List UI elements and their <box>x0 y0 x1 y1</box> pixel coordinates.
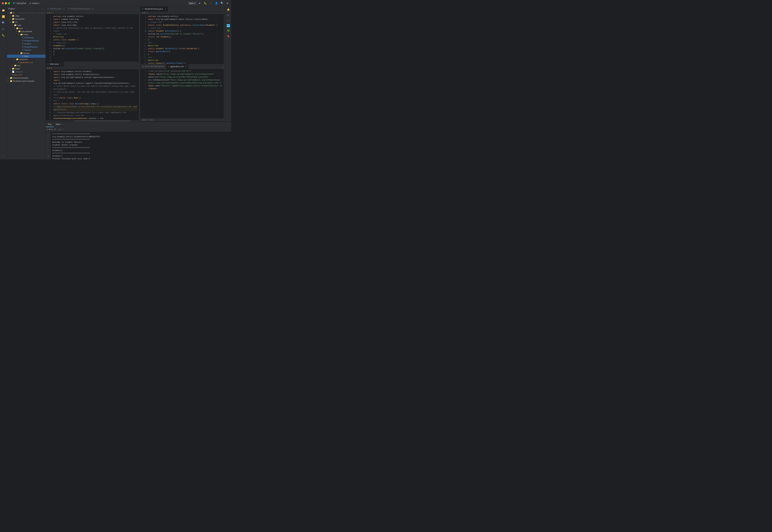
rs-notifications-icon[interactable]: 🔔 <box>226 8 230 12</box>
run-button[interactable]: ▶ <box>198 1 202 5</box>
bottom-panel: Run Main ✕ ↺ ■ ▶ ⏸ ↷ ⚙ ⋮ <box>46 122 231 159</box>
settings-button[interactable]: ⚙ <box>225 1 230 5</box>
close-button[interactable] <box>2 2 4 4</box>
student-java-scrollbar[interactable] <box>139 14 140 62</box>
stop-icon[interactable]: ■ <box>49 128 51 131</box>
close-main-tab[interactable]: ✕ <box>60 63 62 65</box>
titlebar: ST SpringTest ⎇ master ▾ Main ▾ ▶ 🐛 ⋮ 👤 … <box>0 0 231 7</box>
run-filter-icon[interactable]: ⧖ <box>46 153 51 159</box>
right-sidebar: 🔔 DB G m 🌿 🔖 <box>225 7 231 122</box>
tree-item-target[interactable]: ▸ 📁 target <box>7 67 46 70</box>
main-java-line-numbers: 1 2 3 4 5 6 7 8 9 10 11 <box>46 69 52 121</box>
tab-studentfactory-java[interactable]: C StudentFactory.java ✕ <box>140 7 168 12</box>
tree-item-entity[interactable]: ▾ 📁 entity <box>7 33 46 36</box>
sidebar-vcs-icon[interactable]: 🔀 <box>1 14 6 19</box>
tree-item-org-example[interactable]: ▾ 📁 org.example <box>7 30 46 33</box>
tree-item-src[interactable]: ▾ 📁 src <box>7 21 46 24</box>
main-java-scrollbar[interactable] <box>139 69 140 121</box>
application-xml-code[interactable]: <?xml version="1.0" encoding="UTF-8"?> <… <box>147 69 224 118</box>
tree-item-scratches[interactable]: ▸ 📁 Scratches and Consoles <box>7 79 46 83</box>
tree-item-main[interactable]: ▾ 📁 main <box>7 24 46 27</box>
bottom-tab-run[interactable]: Run <box>46 122 54 127</box>
studentfactory-code[interactable]: package org.example.entity; import org.s… <box>147 14 224 64</box>
tree-item-pomxml[interactable]: m pom.xml <box>7 73 46 76</box>
tree-item-springtest2[interactable]: ▸ 📁 SpringTest <box>7 17 46 21</box>
resume-icon[interactable]: ▶ <box>52 128 53 131</box>
maximize-button[interactable] <box>8 2 10 4</box>
step-over-icon[interactable]: ↷ <box>57 128 58 131</box>
rerun-icon[interactable]: ↺ <box>47 128 48 131</box>
tab-main-java[interactable]: C Main.java ✕ <box>46 62 64 67</box>
tree-item-idea[interactable]: ▸ 📁 .idea <box>7 14 46 17</box>
run-scroll-down[interactable]: ↓ <box>46 139 51 144</box>
rs-maven-icon[interactable]: m <box>227 24 230 27</box>
tree-item-test[interactable]: ▸ 📁 test <box>7 64 46 67</box>
studentfactory-line-numbers: 1 2 3 4 5 5 6 7 8 9 10 1 <box>140 14 147 64</box>
tree-item-application-xml[interactable]: x application.xml <box>7 61 46 64</box>
branch-selector[interactable]: ⎇ master ▾ <box>29 2 40 4</box>
bottom-left-tab-bar: C Main.java ✕ ⋮ <box>46 62 140 67</box>
run-scroll-up[interactable]: ↑ <box>46 133 51 138</box>
sidebar-debug-icon[interactable]: 🐛 <box>1 32 6 38</box>
close-programteacher-tab[interactable]: ✕ <box>92 8 93 10</box>
tab-overflow-right[interactable]: ⋮ <box>220 9 225 12</box>
tree-item-resources[interactable]: ▾ 📁 resources <box>7 58 46 61</box>
tree-item-external-libs[interactable]: ▸ 📁 External Libraries <box>7 76 46 79</box>
profile-button[interactable]: 👤 <box>214 1 219 5</box>
rs-gradle-icon[interactable]: G <box>226 19 230 23</box>
tab-programteacher-java[interactable]: C ProgramTeacher.java ✕ <box>66 7 95 11</box>
tree-item-programteacher[interactable]: C ProgramTeacher <box>7 39 46 42</box>
rs-bookmark-icon[interactable]: 🔖 <box>226 34 230 38</box>
close-studentfactory-tab[interactable]: ✕ <box>164 8 166 10</box>
tree-item-gitignore[interactable]: 📄 .gitignore <box>7 70 46 73</box>
main-java-hscrollbar[interactable] <box>46 120 140 122</box>
warning-bar-factory: ⚠ 1 ▼ 1 <box>140 12 225 14</box>
bottom-tab-main[interactable]: Main ✕ <box>54 122 64 127</box>
close-student-tab[interactable]: ✕ <box>63 8 64 10</box>
tab-overflow-bottom-right[interactable]: ⋮ <box>203 67 207 69</box>
more-button[interactable]: ⋮ <box>209 1 213 5</box>
tab-overflow-main[interactable]: ⋮ <box>136 64 140 67</box>
tree-item-main-class[interactable]: C Main <box>7 55 46 58</box>
minimize-button[interactable] <box>5 2 7 4</box>
more-run-icon[interactable]: ⋮ <box>62 128 64 131</box>
run-toolbar: ↺ ■ ▶ ⏸ ↷ ⚙ ⋮ <box>46 127 231 132</box>
tree-item-studentfactory[interactable]: C StudentFactory <box>7 45 46 48</box>
student-java-code[interactable]: package org.example.entity; import lombo… <box>52 14 139 62</box>
left-sidebar-icons: 📁 🔀 🔍 ▶ 🐛 ⋯ <box>0 7 7 159</box>
run-configuration[interactable]: Main ▾ <box>188 2 197 5</box>
close-application-xml-tab[interactable]: ✕ <box>185 66 187 67</box>
sidebar-settings-icon[interactable]: ⋯ <box>1 153 6 158</box>
tab-application-xml[interactable]: x application.xml ✕ <box>166 64 189 69</box>
main-java-editor: 1 2 3 4 5 6 7 8 9 10 11 <box>46 69 140 121</box>
settings-run-icon[interactable]: ⚙ <box>59 128 61 131</box>
project-tree[interactable]: ▾ 📁 SpringTest ~/Desktop/C5/JavaEE/2 Jav… <box>7 11 46 159</box>
application-xml-line-numbers: 1 2 3 4 5 6 7 8 <box>140 69 147 118</box>
rs-db-icon[interactable]: DB <box>226 13 230 17</box>
tab-overflow-left[interactable]: ⋮ <box>136 9 140 11</box>
tree-item-java[interactable]: ▾ 📁 java <box>7 27 46 30</box>
sidebar-project-icon[interactable]: 📁 <box>1 8 6 13</box>
search-button[interactable]: 🔍 <box>220 1 224 5</box>
run-wrap-icon[interactable]: ⏎ <box>46 148 51 153</box>
application-xml-scrollbar[interactable] <box>224 69 225 118</box>
window-controls[interactable] <box>2 2 10 4</box>
tree-item-teacher[interactable]: C Teacher <box>7 48 46 52</box>
tree-item-springtest[interactable]: ▾ 📁 SpringTest ~/Desktop/C5/JavaEE/2 Jav… <box>7 11 46 14</box>
tree-item-student[interactable]: C Student <box>7 42 46 45</box>
main-layout: 📁 🔀 🔍 ▶ 🐛 ⋯ Project ⋯ ▾ 📁 SpringTest ~/D… <box>0 7 231 159</box>
tab-pomxml[interactable]: m pom.xml (SpringTest) <box>140 64 166 69</box>
run-output-text: ================================= org.ex… <box>51 132 231 159</box>
sidebar-search-icon[interactable]: 🔍 <box>1 20 6 26</box>
sidebar-run-icon[interactable]: ▶ <box>1 26 6 32</box>
rs-spring-icon[interactable]: 🌿 <box>226 29 230 33</box>
debug-button[interactable]: 🐛 <box>203 1 208 5</box>
titlebar-right: Main ▾ ▶ 🐛 ⋮ 👤 🔍 ⚙ <box>188 1 230 5</box>
studentfactory-scrollbar[interactable] <box>224 14 225 64</box>
tree-item-artteacher[interactable]: C ArtTeacher <box>7 36 46 39</box>
tab-student-java[interactable]: C Student.java ✕ <box>46 7 66 11</box>
panel-header: Project ⋯ <box>7 7 46 11</box>
pause-icon[interactable]: ⏸ <box>54 128 56 131</box>
tree-item-service[interactable]: ▾ 📁 service <box>7 52 46 55</box>
main-java-code[interactable]: import org.example.entity.Student; impor… <box>52 69 139 121</box>
